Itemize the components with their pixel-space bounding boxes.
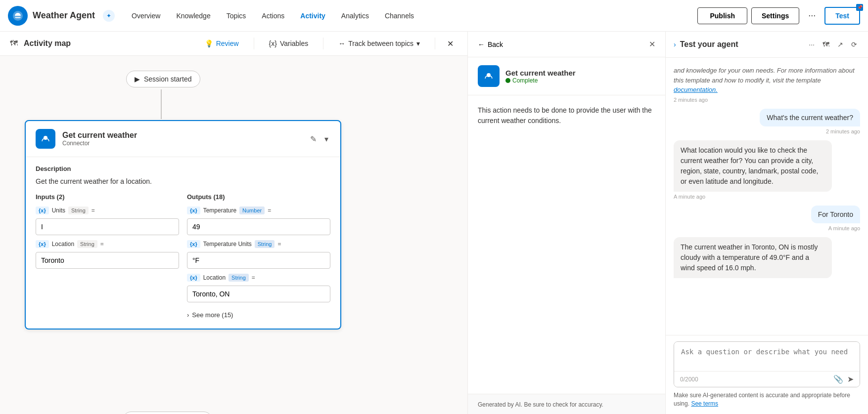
test-map-button[interactable]: 🗺 xyxy=(820,39,832,50)
user-bubble-1: What's the current weather? xyxy=(760,109,860,126)
nav-knowledge[interactable]: Knowledge xyxy=(169,9,217,23)
detail-header: ← Back ✕ xyxy=(468,32,665,57)
nav-topics[interactable]: Topics xyxy=(220,9,253,23)
play-icon: ▶ xyxy=(135,75,140,83)
user-time-2: A minute ago xyxy=(811,225,860,231)
send-button[interactable]: ➤ xyxy=(847,374,854,384)
more-options-button[interactable]: ··· xyxy=(803,6,821,25)
session-started-label: Session started xyxy=(144,75,192,83)
expand-card-button[interactable]: ▾ xyxy=(322,132,330,146)
user-time-1: 2 minutes ago xyxy=(760,128,860,134)
input-name-location: Location xyxy=(52,241,74,248)
variables-button[interactable]: {x} Variables xyxy=(262,37,316,50)
agent-message-2: The current weather in Toronto, ON is mo… xyxy=(674,237,860,278)
input-actions: 📎 ➤ xyxy=(833,374,854,384)
test-panel-title: Test your agent xyxy=(680,40,802,49)
svg-point-1 xyxy=(44,136,47,140)
test-input-field[interactable] xyxy=(674,342,860,370)
output-name-location-string: Location xyxy=(203,274,226,281)
test-panel-header: › Test your agent ··· 🗺 ↗ ⟳ xyxy=(666,32,868,58)
chevron-left-icon[interactable]: › xyxy=(674,41,676,48)
system-text: and knowledge for your own needs. For mo… xyxy=(674,67,855,84)
nav-analytics[interactable]: Analytics xyxy=(334,9,376,23)
back-button[interactable]: ← Back xyxy=(478,41,503,48)
chevron-down-icon: ▾ xyxy=(416,40,420,47)
nav-activity[interactable]: Activity xyxy=(293,9,332,23)
review-button[interactable]: 💡 Review xyxy=(198,37,246,50)
output-value-temp-units[interactable] xyxy=(187,252,330,269)
card-icon-wrap xyxy=(36,129,55,149)
card-header-info: Get current weather Connector xyxy=(62,131,301,147)
nav-actions[interactable]: Actions xyxy=(255,9,291,23)
variables-label: Variables xyxy=(280,40,308,47)
header-buttons: 💡 Review {x} Variables ↔ Track between t… xyxy=(198,37,457,50)
user-bubble-2: For Toronto xyxy=(811,206,860,223)
output-eq-location-string: = xyxy=(252,274,255,281)
detail-description: This action needs to be done to provide … xyxy=(478,105,655,126)
status-label: Complete xyxy=(512,77,538,84)
track-icon: ↔ xyxy=(338,40,345,47)
detail-action-row: Get current weather Complete xyxy=(468,57,665,95)
close-detail-button[interactable]: ✕ xyxy=(649,40,655,49)
nav-links: Overview Knowledge Topics Actions Activi… xyxy=(125,9,697,23)
close-map-button[interactable]: ✕ xyxy=(443,37,457,50)
card-title: Get current weather xyxy=(62,131,301,140)
outputs-title: Outputs (18) xyxy=(187,193,330,201)
edit-card-button[interactable]: ✎ xyxy=(308,132,319,146)
app-logo-icon xyxy=(8,6,28,26)
test-refresh-button[interactable]: ⟳ xyxy=(848,39,860,50)
see-terms-link[interactable]: See terms xyxy=(691,400,718,407)
card-header-actions: ✎ ▾ xyxy=(308,132,330,146)
card-icon-svg xyxy=(40,133,51,145)
test-input-area: 0/2000 📎 ➤ Make sure AI-generated conten… xyxy=(666,335,868,414)
output-name-temperature: Temperature xyxy=(203,207,236,214)
system-message: and knowledge for your own needs. For mo… xyxy=(674,66,860,103)
detail-footer: Generated by AI. Be sure to check for ac… xyxy=(468,394,665,414)
variables-icon: {x} xyxy=(269,40,277,47)
detail-body: This action needs to be done to provide … xyxy=(468,95,665,394)
nav-overview[interactable]: Overview xyxy=(125,9,167,23)
status-dot-icon xyxy=(505,78,510,83)
review-label: Review xyxy=(216,40,239,47)
divider xyxy=(254,38,254,49)
inputs-title: Inputs (2) xyxy=(36,193,179,201)
output-value-location-string[interactable] xyxy=(187,286,330,302)
chevron-right-icon: › xyxy=(187,311,189,319)
input-row-units: {x} Units String = xyxy=(36,207,179,214)
activity-map-title: Activity map xyxy=(24,39,192,48)
test-expand-button[interactable]: ↗ xyxy=(834,39,846,50)
see-more-label: See more (15) xyxy=(192,311,233,319)
test-more-button[interactable]: ··· xyxy=(806,39,818,50)
see-more-button[interactable]: › See more (15) xyxy=(187,309,330,321)
agent-message-1: What location would you like to check th… xyxy=(674,140,860,200)
attach-button[interactable]: 📎 xyxy=(833,374,843,384)
test-button[interactable]: 📌 Test xyxy=(824,7,860,25)
action-detail-panel: ← Back ✕ Get current weather Complete xyxy=(467,32,665,414)
input-value-location[interactable] xyxy=(36,252,179,269)
input-value-units[interactable] xyxy=(36,218,179,235)
output-row-temp-units: {x} Temperature Units String = xyxy=(187,240,330,248)
documentation-link[interactable]: documentation. xyxy=(674,86,718,93)
back-arrow-icon: ← xyxy=(478,41,485,48)
test-messages: and knowledge for your own needs. For mo… xyxy=(666,58,868,335)
svg-point-2 xyxy=(487,73,491,77)
app-title: Weather Agent xyxy=(33,10,95,21)
input-type-units: String xyxy=(68,207,89,214)
input-row-location: {x} Location String = xyxy=(36,240,179,248)
input-eq-units: = xyxy=(91,207,95,214)
output-row-location-string: {x} Location String = xyxy=(187,274,330,282)
nav-actions: Publish Settings ··· 📌 Test xyxy=(697,6,860,25)
output-value-temperature[interactable] xyxy=(187,218,330,235)
outputs-section: Outputs (18) {x} Temperature Number = xyxy=(187,193,330,321)
weather-agent-logo-svg xyxy=(12,10,24,22)
ai-note: Generated by AI. Be sure to check for ac… xyxy=(478,401,603,408)
track-topics-button[interactable]: ↔ Track between topics ▾ xyxy=(331,37,427,50)
test-header-actions: ··· 🗺 ↗ ⟳ xyxy=(806,39,860,50)
publish-button[interactable]: Publish xyxy=(697,7,747,24)
settings-button[interactable]: Settings xyxy=(751,7,799,24)
nav-channels[interactable]: Channels xyxy=(378,9,421,23)
session-in-progress-node: ⟳ Session in progress xyxy=(123,412,212,414)
card-body: Description Get the current weather for … xyxy=(26,157,340,329)
system-message-time: 2 minutes ago xyxy=(674,97,860,103)
agent-time-1: A minute ago xyxy=(674,194,832,200)
